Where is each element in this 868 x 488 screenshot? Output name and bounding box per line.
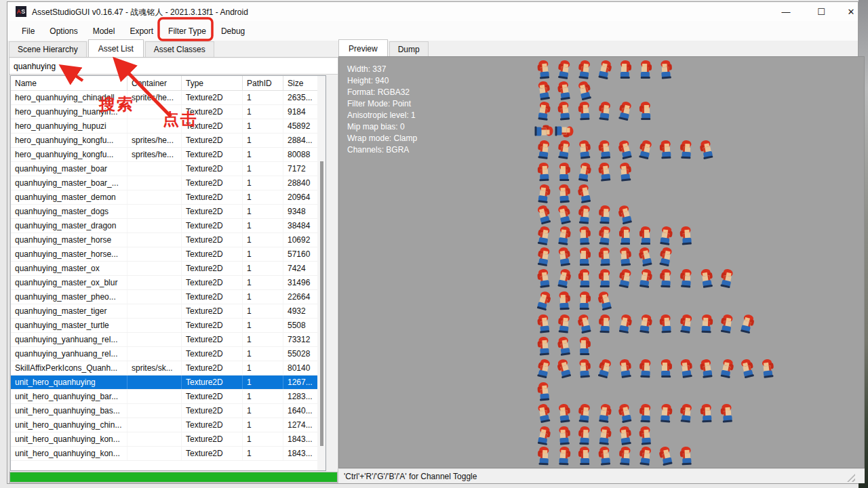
character-sprite bbox=[659, 140, 673, 159]
tab-dump[interactable]: Dump bbox=[389, 41, 429, 58]
table-row[interactable]: SkillAffixPerkIcons_Quanh...sprites/sk..… bbox=[11, 361, 326, 375]
table-row[interactable]: quanhuying_master_turtleTexture2D15508 bbox=[11, 319, 326, 333]
table-row[interactable]: quanhuying_master_ox_blurTexture2D131496 bbox=[11, 276, 326, 290]
table-cell bbox=[127, 333, 182, 346]
table-cell: quanhuying_master_horse bbox=[11, 233, 127, 247]
close-button[interactable]: ✕ bbox=[836, 2, 866, 21]
table-cell: hero_quanhuying_hupuzi bbox=[11, 119, 127, 133]
character-sprite bbox=[535, 358, 553, 379]
vertical-scrollbar-thumb[interactable] bbox=[320, 161, 323, 446]
tab-asset-list[interactable]: Asset List bbox=[88, 39, 144, 58]
table-cell bbox=[127, 347, 182, 361]
table-row[interactable]: unit_hero_quanhuying_bas...Texture2D1164… bbox=[11, 404, 326, 418]
character-sprite bbox=[536, 403, 553, 423]
menu-bar: FileOptionsModelExportFilter TypeDebug bbox=[7, 21, 858, 41]
table-cell: 1 bbox=[243, 247, 283, 261]
table-cell bbox=[127, 262, 182, 275]
table-row[interactable]: unit_hero_quanhuying_bar...Texture2D1128… bbox=[11, 390, 326, 404]
texture-preview-area[interactable]: Width: 337Height: 940Format: RGBA32Filte… bbox=[338, 56, 865, 468]
character-sprite bbox=[536, 246, 552, 266]
menu-item-export[interactable]: Export bbox=[122, 23, 161, 39]
table-cell: Texture2D bbox=[182, 233, 243, 247]
character-sprite bbox=[577, 403, 593, 423]
sprite-row bbox=[537, 184, 598, 203]
column-header-name[interactable]: Name bbox=[11, 76, 127, 90]
character-sprite bbox=[536, 60, 551, 79]
table-row[interactable]: unit_hero_quanhuying_kon...Texture2D1184… bbox=[11, 447, 326, 461]
table-cell: 1 bbox=[243, 176, 283, 190]
table-row[interactable]: quanhuying_master_horse...Texture2D15716… bbox=[11, 247, 326, 262]
menu-item-filter-type[interactable]: Filter Type bbox=[161, 23, 214, 39]
table-row[interactable]: quanhuying_yanhuang_rel...Texture2D17331… bbox=[11, 333, 326, 347]
table-cell: quanhuying_master_boar bbox=[11, 162, 127, 176]
character-sprite bbox=[658, 403, 673, 422]
character-sprite bbox=[556, 226, 572, 246]
table-row[interactable]: quanhuying_yanhuang_rel...Texture2D15502… bbox=[11, 347, 326, 361]
menu-item-options[interactable]: Options bbox=[42, 23, 85, 39]
character-sprite bbox=[598, 247, 612, 266]
table-row[interactable]: quanhuying_master_demonTexture2D120964 bbox=[11, 190, 326, 205]
table-cell: Texture2D bbox=[182, 418, 243, 432]
table-cell: sprites/he... bbox=[127, 91, 182, 104]
character-sprite bbox=[557, 184, 572, 203]
character-sprite bbox=[639, 60, 652, 79]
table-row[interactable]: quanhuying_master_boar_...Texture2D12884… bbox=[11, 176, 326, 190]
click-annotation-label: 点击 bbox=[163, 108, 198, 130]
character-sprite bbox=[597, 162, 613, 182]
menu-item-debug[interactable]: Debug bbox=[214, 23, 252, 39]
table-row[interactable]: hero_quanhuying_chinadollsprites/he...Te… bbox=[11, 91, 326, 105]
character-sprite bbox=[618, 446, 633, 465]
table-row[interactable]: quanhuying_master_boarTexture2D17172 bbox=[11, 162, 326, 176]
table-row[interactable]: quanhuying_master_pheo...Texture2D122664 bbox=[11, 290, 326, 304]
character-sprite bbox=[537, 163, 551, 182]
table-cell: Texture2D bbox=[182, 247, 243, 261]
tab-asset-classes[interactable]: Asset Classes bbox=[145, 41, 214, 58]
maximize-button[interactable]: ☐ bbox=[806, 2, 836, 21]
character-sprite bbox=[598, 314, 612, 333]
character-sprite bbox=[557, 101, 572, 121]
table-cell: 1 bbox=[243, 276, 283, 289]
column-header-container[interactable]: Container bbox=[127, 76, 182, 90]
character-sprite bbox=[719, 403, 734, 422]
table-cell bbox=[127, 404, 182, 418]
table-cell bbox=[127, 375, 182, 389]
table-row[interactable]: quanhuying_master_oxTexture2D17424 bbox=[11, 262, 326, 276]
character-sprite bbox=[638, 426, 653, 445]
table-row[interactable]: hero_quanhuying_kongfu...sprites/he...Te… bbox=[11, 134, 326, 148]
table-row[interactable]: unit_hero_quanhuyingTexture2D11267... bbox=[11, 375, 326, 390]
search-input[interactable] bbox=[9, 58, 338, 75]
table-cell: Texture2D bbox=[182, 276, 243, 289]
character-sprite bbox=[557, 291, 571, 310]
menu-item-model[interactable]: Model bbox=[85, 23, 123, 39]
table-row[interactable]: quanhuying_master_dogsTexture2D19348 bbox=[11, 205, 326, 219]
table-row[interactable]: unit_hero_quanhuying_kon...Texture2D1184… bbox=[11, 432, 326, 447]
table-header[interactable]: NameContainerTypePathIDSize bbox=[11, 76, 326, 91]
progress-bar-fill bbox=[10, 472, 337, 482]
sprite-row bbox=[537, 226, 700, 245]
title-bar[interactable]: AS AssetStudioGUI v0.16.47 - 战魂铭人 - 2021… bbox=[7, 2, 858, 21]
column-header-type[interactable]: Type bbox=[182, 76, 243, 90]
table-row[interactable]: unit_hero_quanhuying_chin...Texture2D112… bbox=[11, 418, 326, 432]
table-row[interactable]: quanhuying_master_tigerTexture2D14932 bbox=[11, 304, 326, 319]
menu-item-file[interactable]: File bbox=[14, 23, 42, 39]
table-cell: Texture2D bbox=[182, 290, 243, 304]
minimize-button[interactable]: — bbox=[771, 2, 801, 21]
character-sprite bbox=[536, 314, 552, 333]
column-header-pathid[interactable]: PathID bbox=[243, 76, 283, 90]
sprite-row bbox=[537, 140, 720, 159]
table-cell: Texture2D bbox=[182, 404, 243, 418]
table-cell: 1 bbox=[243, 162, 283, 176]
character-sprite bbox=[618, 247, 633, 266]
character-sprite bbox=[536, 425, 552, 445]
tab-preview[interactable]: Preview bbox=[338, 39, 388, 58]
table-row[interactable]: quanhuying_master_dragonTexture2D138484 bbox=[11, 219, 326, 233]
table-cell bbox=[127, 205, 182, 218]
table-cell: Texture2D bbox=[182, 190, 243, 204]
character-sprite bbox=[555, 358, 573, 379]
character-sprite bbox=[555, 268, 572, 289]
table-cell: quanhuying_master_demon bbox=[11, 190, 127, 204]
window-title: AssetStudioGUI v0.16.47 - 战魂铭人 - 2021.3.… bbox=[32, 7, 248, 18]
table-row[interactable]: hero_quanhuying_kongfu...sprites/he...Te… bbox=[11, 148, 326, 162]
table-row[interactable]: quanhuying_master_horseTexture2D110692 bbox=[11, 233, 326, 247]
tab-scene-hierarchy[interactable]: Scene Hierarchy bbox=[9, 41, 87, 58]
